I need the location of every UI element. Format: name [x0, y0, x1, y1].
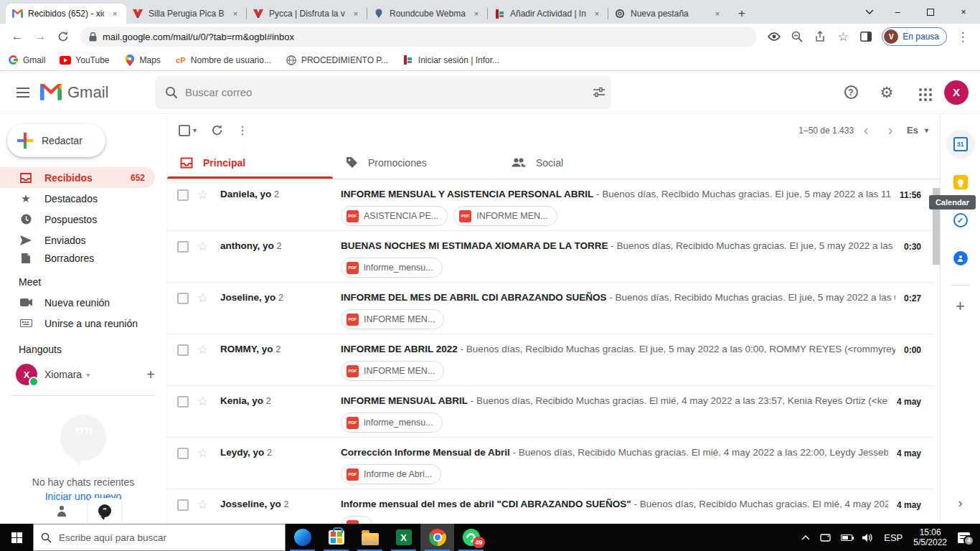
bookmark-youtube[interactable]: YouTube — [60, 55, 109, 66]
taskbar-whatsapp[interactable]: 49 — [454, 524, 488, 551]
sidebar-item-borradores[interactable]: Borradores — [0, 250, 155, 266]
older-page-chevron-icon[interactable]: › — [878, 122, 903, 138]
star-icon[interactable]: ☆ — [197, 342, 210, 357]
battery-icon[interactable] — [836, 524, 857, 551]
email-checkbox[interactable] — [177, 396, 189, 408]
tray-chevron-up-icon[interactable] — [796, 524, 815, 551]
email-row[interactable]: ☆ Kenia, yo 2 INFORME MENSUAL ABRIL - Bu… — [167, 386, 933, 438]
notification-center[interactable]: 4 — [953, 524, 980, 551]
attachment-chip[interactable]: PDFINFORME MEN... — [341, 361, 444, 381]
tray-display-icon[interactable] — [815, 524, 836, 551]
zoom-out-icon[interactable] — [787, 27, 807, 47]
email-checkbox[interactable] — [177, 241, 189, 253]
search-icon[interactable] — [165, 86, 178, 99]
attachment-chip[interactable]: PDFInforme de Abri... — [341, 464, 441, 484]
new-chat-plus-icon[interactable]: + — [146, 367, 155, 383]
email-checkbox[interactable] — [177, 448, 189, 459]
email-row[interactable]: ☆ Josseline, yo 2 Informe mensual del me… — [167, 489, 933, 524]
search-input[interactable] — [185, 86, 585, 98]
tab-search-caret-icon[interactable] — [858, 0, 881, 24]
email-row[interactable]: ☆ Daniela, yo 2 INFORME MENSUAL Y ASISTE… — [167, 179, 933, 231]
star-icon[interactable]: ☆ — [197, 497, 210, 512]
taskbar-excel[interactable]: X — [387, 524, 420, 551]
browser-tab-gmail[interactable]: Recibidos (652) - xiom × — [6, 4, 126, 24]
sidebar-item-pospuestos[interactable]: Pospuestos — [0, 209, 155, 230]
star-icon[interactable]: ☆ — [197, 394, 210, 409]
select-all-checkbox[interactable] — [179, 125, 190, 136]
taskbar-chrome[interactable] — [420, 524, 454, 551]
email-row[interactable]: ☆ Joseline, yo 2 INFORME DEL MES DE ABRI… — [167, 283, 933, 334]
gmail-logo[interactable]: Gmail — [40, 83, 155, 102]
window-close-button[interactable]: × — [947, 0, 980, 24]
volume-icon[interactable] — [857, 524, 879, 551]
reload-icon[interactable] — [53, 27, 73, 47]
share-icon[interactable] — [810, 27, 830, 47]
url-text[interactable]: mail.google.com/mail/u/0/?tab=rm&ogbl#in… — [103, 32, 294, 42]
sidebar-item-enviados[interactable]: Enviados — [0, 230, 155, 250]
bookmark-gmail[interactable]: Gmail — [7, 55, 45, 66]
attachment-chip[interactable]: PDFINFORME MEN... — [453, 206, 557, 226]
collapse-panel-chevron-icon[interactable]: › — [941, 496, 980, 511]
tasks-icon[interactable]: ✓ — [946, 206, 975, 235]
tab-close-icon[interactable]: × — [712, 8, 723, 19]
email-checkbox[interactable] — [177, 499, 189, 511]
email-row[interactable]: ☆ ROMMY, yo 2 INFORME DE ABRIL 2022 - Bu… — [167, 334, 933, 386]
star-icon[interactable]: ☆ — [197, 187, 210, 202]
side-panel-icon[interactable] — [856, 27, 876, 47]
star-icon[interactable]: ☆ — [197, 446, 210, 461]
help-icon[interactable]: ? — [837, 78, 865, 107]
bookmark-iniciar-sesion[interactable]: Iniciar sesión | Infor... — [402, 55, 499, 66]
select-caret-icon[interactable]: ▾ — [193, 126, 197, 134]
window-minimize-button[interactable]: – — [881, 0, 914, 24]
search-options-tune-icon[interactable] — [593, 87, 606, 98]
browser-profile-chip[interactable]: V En pausa — [882, 27, 947, 46]
taskbar-file-explorer[interactable] — [353, 524, 387, 551]
refresh-icon[interactable] — [204, 118, 230, 143]
forward-icon[interactable]: → — [30, 27, 50, 47]
calendar-icon[interactable]: 31 — [946, 130, 975, 159]
sidebar-item-destacados[interactable]: ★ Destacados — [0, 188, 155, 209]
keep-icon[interactable] — [946, 168, 975, 197]
window-restore-button[interactable] — [914, 0, 947, 24]
tab-close-icon[interactable]: × — [471, 8, 482, 19]
input-language-selector[interactable]: Es ▾ — [907, 125, 928, 136]
sidebar-item-recibidos[interactable]: Recibidos 652 — [0, 167, 155, 188]
attachment-chip[interactable]: PDFINFORME MEN... — [341, 309, 444, 329]
hangouts-tab-icon[interactable]: ” — [88, 498, 121, 524]
bookmark-procedimiento[interactable]: PROCEDIMIENTO P... — [286, 55, 388, 66]
contacts-tab-person-icon[interactable] — [45, 498, 78, 524]
clock[interactable]: 15:06 5/5/2022 — [908, 527, 953, 547]
account-avatar[interactable]: X — [944, 80, 969, 105]
email-row[interactable]: ☆ anthony, yo 2 BUENAS NOCHES MI ESTIMAD… — [167, 231, 933, 283]
start-button[interactable] — [0, 524, 33, 551]
taskbar-search-input[interactable] — [59, 532, 278, 543]
sidebar-item-unirse-reunion[interactable]: Unirse a una reunión — [0, 313, 155, 334]
contacts-icon[interactable] — [946, 244, 975, 273]
taskbar-edge[interactable] — [286, 524, 319, 551]
new-tab-button[interactable]: + — [732, 4, 752, 24]
tab-principal[interactable]: Principal — [167, 146, 333, 179]
settings-gear-icon[interactable]: ⚙ — [872, 78, 901, 107]
hangouts-avatar[interactable]: X — [16, 364, 37, 385]
attachment-chip[interactable]: PDFinforme_mensu... — [341, 413, 443, 433]
attachment-chip[interactable]: PDFASISTENCIA PE... — [341, 206, 448, 226]
browser-tab-pycca-1[interactable]: Silla Perugia Pica Blanc × — [126, 4, 247, 24]
chevron-down-icon[interactable]: ▾ — [86, 371, 90, 379]
star-icon[interactable]: ☆ — [197, 239, 210, 254]
padlock-icon[interactable] — [89, 32, 97, 42]
sidebar-item-nueva-reunion[interactable]: Nueva reunión — [0, 292, 155, 313]
main-menu-hamburger-icon[interactable] — [9, 78, 37, 107]
address-bar[interactable]: mail.google.com/mail/u/0/?tab=rm&ogbl#in… — [80, 27, 757, 47]
google-apps-grid-icon[interactable] — [908, 78, 937, 107]
email-checkbox[interactable] — [177, 189, 189, 201]
newer-page-chevron-icon[interactable]: ‹ — [854, 122, 878, 138]
eye-extension-icon[interactable] — [764, 27, 784, 47]
browser-tab-pycca-2[interactable]: Pycca | Disfruta la vida × — [247, 4, 367, 24]
browser-tab-infowork[interactable]: Añadir Actividad | Info × — [488, 4, 608, 24]
bookmark-maps[interactable]: Maps — [124, 55, 161, 66]
tab-social[interactable]: Social — [499, 146, 664, 179]
tab-close-icon[interactable]: × — [230, 8, 241, 19]
taskbar-search[interactable] — [33, 524, 286, 551]
bookmark-cpanel[interactable]: cP Nombre de usuario... — [175, 55, 271, 66]
hangouts-username[interactable]: Xiomara — [44, 369, 82, 380]
